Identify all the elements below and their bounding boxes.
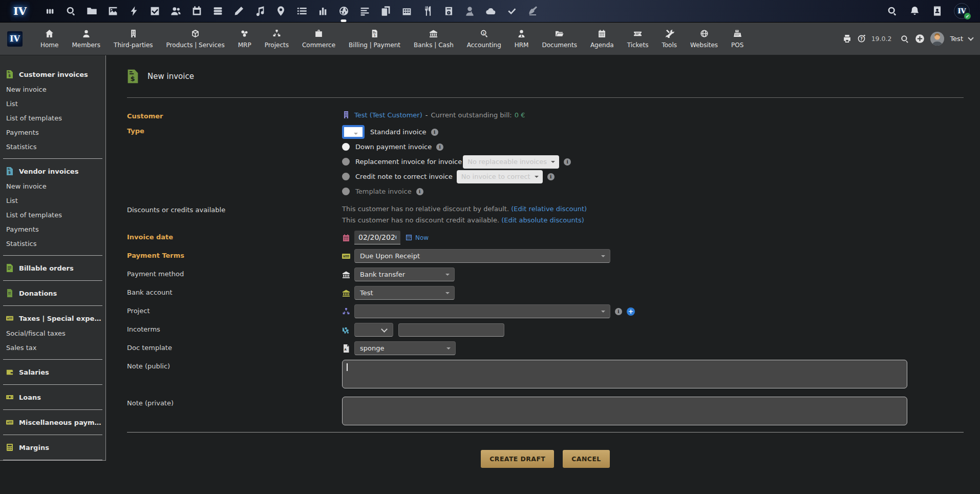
sidebar-section-billable-orders[interactable]: Billable orders	[0, 260, 105, 276]
bolt-icon[interactable]	[128, 5, 139, 17]
menu-item-agenda[interactable]: Agenda	[584, 27, 621, 51]
menu-item-members[interactable]: Members	[65, 27, 107, 51]
note-private-textarea[interactable]	[342, 397, 907, 425]
date-picker-icon[interactable]	[406, 234, 412, 241]
menu-item-hrm[interactable]: HRM	[508, 27, 536, 51]
sidebar-item-list-of-templates[interactable]: List of templates	[0, 111, 105, 125]
project-select[interactable]	[354, 304, 610, 318]
doc-template-select[interactable]: sponge	[354, 341, 456, 355]
check-icon[interactable]	[506, 5, 517, 17]
person-silhouette-icon[interactable]	[464, 5, 475, 17]
broom-icon[interactable]	[527, 5, 538, 17]
sidebar-item-list[interactable]: List	[0, 193, 105, 208]
payment-terms-select[interactable]: Due Upon Receipt	[354, 249, 610, 263]
edit-absolute-discounts-link[interactable]: (Edit absolute discounts)	[501, 216, 584, 224]
menu-item-commerce[interactable]: Commerce	[295, 27, 342, 51]
sidebar-section-margins[interactable]: Margins	[0, 440, 105, 455]
sidebar-section-salaries[interactable]: Salaries	[0, 364, 105, 380]
info-icon[interactable]: i	[547, 173, 555, 180]
menu-item-products-services[interactable]: Products | Services	[160, 27, 231, 51]
radio-credit-note[interactable]	[342, 173, 350, 180]
info-icon[interactable]: i	[436, 143, 443, 151]
sidebar-item-list-of-templates[interactable]: List of templates	[0, 208, 105, 222]
menu-item-pos[interactable]: POS	[725, 27, 750, 51]
menu-item-tickets[interactable]: Tickets	[621, 27, 655, 51]
cloud-icon[interactable]	[485, 5, 496, 17]
app-logo-iv[interactable]: IV	[10, 2, 30, 21]
radio-standard-invoice[interactable]	[342, 125, 365, 139]
sidebar-item-new-invoice[interactable]: New invoice	[0, 82, 105, 96]
menu-item-websites[interactable]: Websites	[684, 27, 725, 51]
user-avatar[interactable]	[930, 32, 944, 46]
sidebar-item-list[interactable]: List	[0, 96, 105, 111]
incoterms-location-input[interactable]	[398, 323, 504, 337]
menu-item-accounting[interactable]: $Accounting	[460, 27, 508, 51]
customer-link[interactable]: Test (Test Customer)	[354, 111, 422, 119]
incoterms-select[interactable]	[354, 323, 393, 337]
menu-item-billing-payment[interactable]: $Billing | Payment	[342, 27, 407, 51]
gauge-icon[interactable]	[443, 5, 454, 17]
menu-item-tools[interactable]: Tools	[655, 27, 684, 51]
sidebar-item-payments[interactable]: Payments	[0, 222, 105, 236]
info-icon[interactable]: i	[431, 129, 438, 136]
image-icon[interactable]	[107, 5, 118, 17]
sidebar-section-miscellaneous-payments[interactable]: $Miscellaneous paym…	[0, 415, 105, 430]
quick-add-icon[interactable]	[915, 34, 925, 44]
cards-icon[interactable]	[380, 5, 391, 17]
sidebar-item-statistics[interactable]: Statistics	[0, 139, 105, 154]
sidebar-item-sales-tax[interactable]: Sales tax	[0, 340, 105, 355]
menu-item-banks-cash[interactable]: Banks | Cash	[407, 27, 460, 51]
create-draft-button[interactable]: CREATE DRAFT	[481, 450, 554, 468]
radio-down-payment-invoice[interactable]	[342, 143, 350, 151]
menu-item-mrp[interactable]: MRP	[231, 27, 258, 51]
bell-icon[interactable]	[909, 5, 920, 17]
folder-icon[interactable]	[86, 5, 97, 17]
map-pin-icon[interactable]	[275, 5, 286, 17]
music-icon[interactable]	[254, 5, 265, 17]
sidebar-item-statistics[interactable]: Statistics	[0, 236, 105, 251]
sidebar-section-loans[interactable]: Loans	[0, 389, 105, 405]
now-link[interactable]: Now	[415, 234, 429, 241]
sidebar-item-social-fiscal-taxes[interactable]: Social/fiscal taxes	[0, 326, 105, 340]
info-icon[interactable]: i	[564, 158, 571, 166]
sidebar-section-donations[interactable]: Donations	[0, 285, 105, 301]
list-icon[interactable]	[296, 5, 307, 17]
info-icon[interactable]: i	[615, 308, 622, 315]
iv-account-badge[interactable]: IV✓	[954, 3, 970, 19]
dolibarr-logo-iv[interactable]: IV	[7, 31, 23, 47]
chevron-down-icon[interactable]	[968, 35, 973, 40]
payment-method-select[interactable]: Bank transfer	[354, 267, 455, 281]
sidebar-section-vendor-invoices[interactable]: $Vendor invoices	[0, 163, 105, 179]
globe-icon[interactable]	[338, 5, 349, 17]
users-icon[interactable]	[170, 5, 181, 17]
grid-icon[interactable]	[401, 5, 412, 17]
menu-item-third-parties[interactable]: Third-parties	[107, 27, 160, 51]
user-name-label[interactable]: Test	[950, 35, 963, 43]
edit-relative-discount-link[interactable]: (Edit relative discount)	[511, 205, 587, 213]
invoice-date-input[interactable]	[354, 231, 400, 244]
sidebar-section-taxes[interactable]: $Taxes | Special expe…	[0, 311, 105, 326]
sidebar-item-payments[interactable]: Payments	[0, 125, 105, 139]
help-icon[interactable]: ?	[857, 34, 866, 43]
menu-item-projects[interactable]: Projects	[258, 27, 295, 51]
note-public-textarea[interactable]	[342, 360, 907, 388]
pencil-icon[interactable]	[233, 5, 244, 17]
menu-item-documents[interactable]: Documents	[535, 27, 583, 51]
contact-card-icon[interactable]	[931, 5, 943, 17]
cancel-button[interactable]: CANCEL	[563, 450, 609, 468]
check-square-icon[interactable]	[149, 5, 160, 17]
credit-note-select[interactable]: No invoice to correct	[457, 170, 543, 183]
sidebar-item-new-invoice[interactable]: New invoice	[0, 179, 105, 193]
search-icon[interactable]	[65, 5, 76, 17]
radio-template-invoice[interactable]	[342, 188, 350, 195]
text-lines-icon[interactable]	[359, 5, 370, 17]
sidebar-section-customer-invoices[interactable]: $Customer invoices	[0, 67, 105, 82]
calendar-icon[interactable]	[191, 5, 202, 17]
info-icon[interactable]: i	[416, 188, 423, 195]
grip-icon[interactable]	[44, 5, 55, 17]
bank-account-select[interactable]: Test	[354, 286, 455, 300]
menu-item-home[interactable]: Home	[34, 27, 65, 51]
print-icon[interactable]	[843, 34, 851, 43]
utensils-icon[interactable]	[422, 5, 433, 17]
search-icon[interactable]	[900, 34, 909, 44]
